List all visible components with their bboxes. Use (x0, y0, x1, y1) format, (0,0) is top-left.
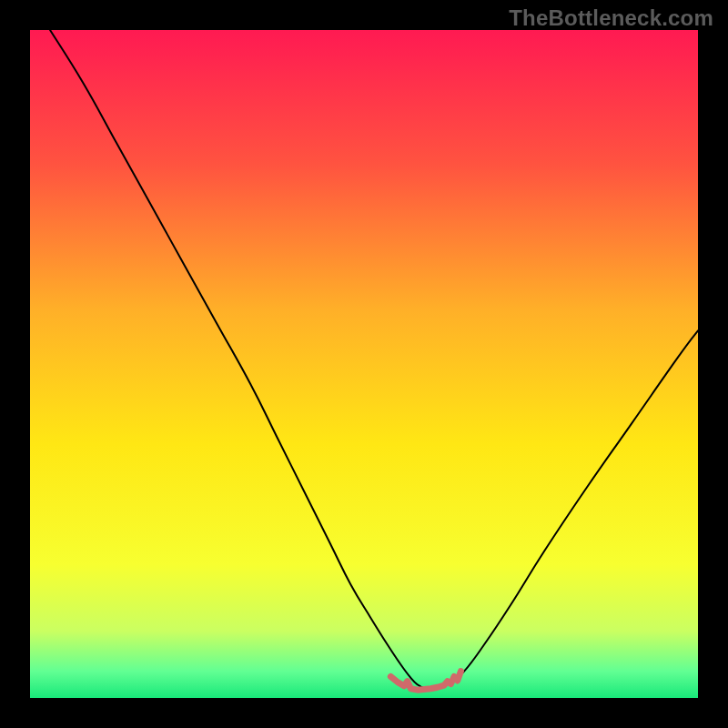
chart-frame: TheBottleneck.com (0, 0, 728, 728)
watermark-text: TheBottleneck.com (509, 5, 713, 31)
gradient-background (30, 30, 698, 698)
bottleneck-chart (30, 30, 698, 698)
